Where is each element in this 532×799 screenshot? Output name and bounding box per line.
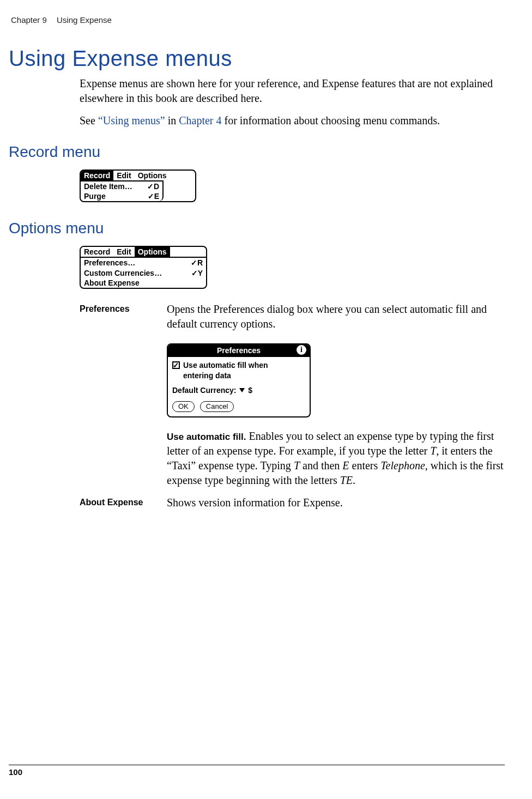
menu-tab-options-2: Options [135, 247, 170, 257]
subheading-record-menu: Record menu [9, 143, 505, 161]
subheading-options-menu: Options menu [9, 220, 505, 237]
link-using-menus[interactable]: “Using menus” [98, 114, 165, 126]
dialog-title: Preferences [217, 346, 261, 356]
dropdown-icon [239, 388, 245, 392]
menu-tab-edit: Edit [113, 171, 134, 180]
row-desc-about-expense: Shows version information for Expense. [167, 495, 505, 518]
intro-paragraph-2: See “Using menus” in Chapter 4 for infor… [80, 113, 505, 128]
section-heading: Using Expense menus [9, 46, 505, 71]
ok-button: OK [172, 401, 195, 412]
menu-tab-record: Record [81, 171, 113, 180]
chapter-label: Chapter 9 [11, 15, 47, 25]
footer: 100 [9, 765, 505, 777]
menu-item-about-expense: About Expense [81, 278, 206, 288]
menu-tab-record-2: Record [81, 247, 113, 257]
intro-paragraph-1: Expense menus are shown here for your re… [80, 76, 505, 106]
menu-item-preferences: Preferences… ✓R [81, 258, 206, 268]
menu-item-custom-currencies: Custom Currencies… ✓Y [81, 268, 206, 278]
default-currency-row: Default Currency: $ [172, 385, 305, 396]
menu-tab-options: Options [135, 171, 170, 180]
page-number: 100 [9, 767, 22, 777]
preferences-dialog-screenshot: Preferences i Use automatic fill when en… [167, 343, 311, 417]
cancel-button: Cancel [200, 401, 234, 412]
row-label-about-expense: About Expense [80, 495, 161, 518]
row-label-preferences: Preferences [80, 302, 161, 495]
running-header: Chapter 9 Using Expense [9, 15, 505, 25]
use-automatic-fill-paragraph: Use automatic fill. Enables you to selec… [167, 429, 505, 488]
record-menu-screenshot: Record Edit Options Delete Item… ✓D Purg… [80, 170, 196, 202]
menu-item-purge: Purge ✓E [81, 191, 162, 201]
checkbox-icon [172, 361, 180, 369]
checkbox-label: Use automatic fill when entering data [183, 360, 268, 381]
menu-item-delete: Delete Item… ✓D [81, 181, 162, 191]
chapter-title: Using Expense [57, 15, 112, 25]
link-chapter-4[interactable]: Chapter 4 [179, 114, 221, 126]
row-desc-preferences: Opens the Preferences dialog box where y… [167, 302, 505, 495]
menu-tab-edit-2: Edit [113, 247, 134, 257]
options-menu-screenshot: Record Edit Options Preferences… ✓R Cust… [80, 246, 207, 289]
info-icon: i [297, 345, 306, 355]
page: Chapter 9 Using Expense Using Expense me… [0, 0, 532, 799]
